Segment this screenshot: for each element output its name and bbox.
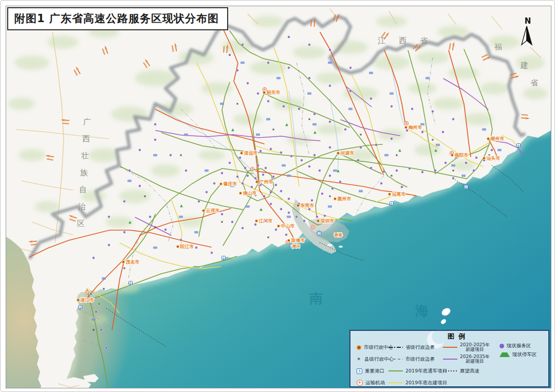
page: 广州市佛山市深圳市东莞市惠州市珠海市中山市江门市肇庆市云浮市清远市韶关市河源市梅… bbox=[0, 0, 555, 392]
label-sea-2: 海 bbox=[415, 303, 429, 319]
service-area-marker bbox=[185, 170, 188, 172]
service-area-marker bbox=[370, 98, 373, 100]
road-name-label bbox=[205, 170, 209, 172]
service-area-marker bbox=[288, 212, 290, 214]
north-arrow: N bbox=[519, 17, 536, 47]
city-label: 东莞市 bbox=[300, 203, 314, 208]
legend-item-port: ⚓重要港口 bbox=[357, 366, 384, 376]
road-name-label bbox=[179, 216, 183, 218]
city-label: 云浮市 bbox=[206, 208, 220, 213]
service-area-marker bbox=[247, 175, 249, 177]
legend-item-sa: 现状服务区 bbox=[499, 341, 531, 350]
road-name-label bbox=[384, 154, 388, 156]
port-icon bbox=[465, 185, 468, 189]
service-area-marker bbox=[247, 82, 249, 85]
service-area-marker bbox=[92, 257, 95, 259]
service-area-marker bbox=[231, 221, 234, 223]
service-area-marker bbox=[236, 176, 239, 178]
service-area-marker bbox=[257, 92, 260, 95]
legend-item-city: 市级行政中心 bbox=[357, 343, 393, 352]
service-area-icon bbox=[499, 344, 504, 348]
service-area-marker bbox=[262, 174, 265, 176]
service-area-marker bbox=[229, 162, 231, 164]
service-area-marker bbox=[452, 118, 455, 121]
road-name-label bbox=[369, 72, 373, 74]
city-center-icon bbox=[357, 345, 361, 350]
road-name-label bbox=[359, 190, 363, 192]
city-label: 广州市 bbox=[259, 179, 273, 184]
service-area-marker bbox=[308, 44, 311, 46]
port-icon: ⚓ bbox=[357, 368, 362, 374]
road-name-label bbox=[256, 134, 260, 136]
port-icon bbox=[318, 232, 321, 236]
service-area-marker bbox=[401, 186, 403, 189]
service-area-marker bbox=[303, 220, 306, 222]
county-center-marker bbox=[144, 195, 146, 197]
city-label: 阳江市 bbox=[180, 244, 194, 249]
service-area-marker bbox=[251, 186, 253, 189]
service-area-marker bbox=[308, 77, 311, 80]
road-name-label bbox=[287, 216, 291, 218]
service-area-marker bbox=[308, 165, 311, 168]
island-hk2 bbox=[339, 246, 343, 248]
service-area-marker bbox=[170, 154, 172, 157]
legend-item-project: 展望高速 bbox=[443, 366, 479, 376]
service-area-marker bbox=[301, 159, 303, 162]
service-area-marker bbox=[272, 176, 275, 178]
road-name-label bbox=[461, 175, 466, 177]
service-area-marker bbox=[288, 36, 290, 39]
service-area-marker bbox=[421, 131, 424, 134]
road-name-label bbox=[127, 180, 132, 182]
road-name-label bbox=[333, 170, 337, 172]
service-area-marker bbox=[288, 67, 290, 69]
legend-item-airport: ✈运输机场 bbox=[357, 378, 385, 387]
legend-item-boundary-road: 2019年底通车项目 bbox=[388, 366, 447, 376]
service-area-marker bbox=[149, 216, 152, 218]
service-area-marker bbox=[139, 185, 141, 188]
service-area-marker bbox=[391, 105, 393, 108]
label-sea-1: 南 bbox=[309, 291, 323, 306]
service-area-marker bbox=[164, 229, 167, 231]
service-area-marker bbox=[213, 182, 216, 185]
road-name-label bbox=[276, 77, 281, 79]
legend-item-label: 2020-2025年新建项目 bbox=[460, 343, 490, 352]
service-area-marker bbox=[108, 216, 110, 218]
service-area-marker bbox=[236, 69, 239, 72]
service-area-marker bbox=[123, 231, 126, 234]
service-area-marker bbox=[280, 152, 283, 154]
legend-item-project: 2026-2035年新建项目 bbox=[443, 354, 490, 364]
service-area-marker bbox=[329, 146, 331, 149]
legend-item-label: 现状停车区 bbox=[512, 352, 537, 357]
service-area-marker bbox=[295, 216, 298, 218]
city-label: 江门市 bbox=[258, 218, 273, 223]
road-name-label bbox=[184, 134, 188, 136]
service-area-marker bbox=[206, 191, 208, 194]
legend-item-label: 省级行政边界 bbox=[405, 345, 435, 350]
service-area-marker bbox=[380, 182, 383, 185]
legend-item-project: 2020-2025年新建项目 bbox=[443, 343, 490, 352]
service-area-marker bbox=[329, 49, 331, 51]
service-area-marker bbox=[270, 191, 272, 194]
service-area-marker bbox=[195, 247, 198, 249]
road-name-label bbox=[436, 144, 440, 146]
service-area-marker bbox=[370, 167, 373, 170]
city-label: 河源市 bbox=[340, 151, 355, 156]
port-icon bbox=[129, 282, 133, 285]
service-area-marker bbox=[339, 181, 342, 183]
city-label: 汕头市 bbox=[486, 156, 501, 161]
service-area-marker bbox=[316, 216, 319, 218]
road-name-label bbox=[153, 247, 157, 249]
service-area-marker bbox=[331, 188, 334, 190]
legend-item-label: 重要港口 bbox=[365, 368, 384, 374]
service-area-marker bbox=[280, 208, 283, 211]
service-area-marker bbox=[260, 150, 262, 153]
road-name-label bbox=[194, 231, 198, 233]
service-area-marker bbox=[491, 149, 493, 152]
map-frame: 广州市佛山市深圳市东莞市惠州市珠海市中山市江门市肇庆市云浮市清远市韶关市河源市梅… bbox=[6, 6, 551, 388]
airport-icon: ✈ bbox=[357, 380, 363, 386]
service-area-marker bbox=[257, 164, 260, 167]
service-area-marker bbox=[473, 170, 475, 172]
service-area-marker bbox=[270, 203, 272, 206]
service-area-marker bbox=[221, 172, 224, 175]
service-area-marker bbox=[105, 347, 108, 349]
